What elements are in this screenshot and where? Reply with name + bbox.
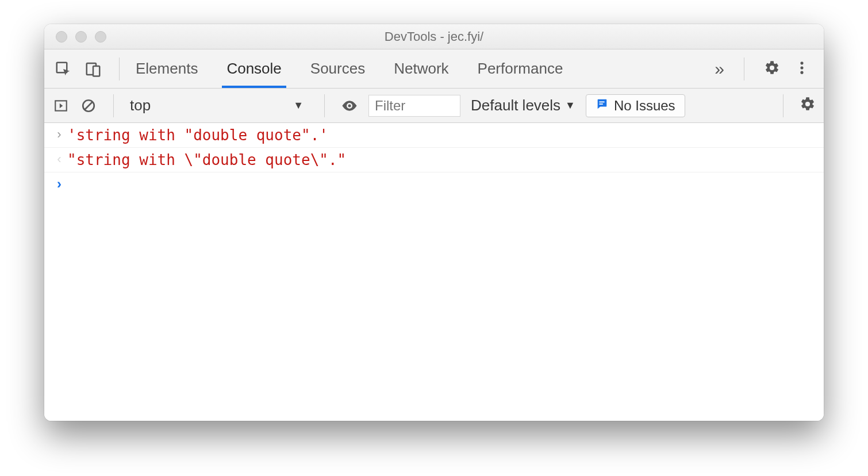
console-line-text[interactable]: "string with \"double quote\"."	[67, 150, 346, 170]
svg-point-3	[800, 62, 803, 64]
svg-rect-10	[599, 101, 604, 102]
device-toolbar-icon[interactable]	[83, 59, 103, 79]
console-settings-icon[interactable]	[800, 96, 816, 116]
console-toolbar: top ▼ Default levels ▼ No Issues	[44, 89, 824, 123]
dropdown-arrow-icon: ▼	[293, 99, 304, 112]
more-options-icon[interactable]	[794, 60, 810, 78]
titlebar: DevTools - jec.fyi/	[44, 24, 824, 49]
settings-icon[interactable]	[764, 60, 780, 78]
window-title: DevTools - jec.fyi/	[44, 29, 824, 44]
svg-rect-11	[599, 103, 602, 105]
sidebar-toggle-icon[interactable]	[52, 97, 70, 114]
zoom-window-button[interactable]	[95, 31, 106, 43]
separator	[119, 57, 120, 80]
live-expression-icon[interactable]	[341, 97, 358, 114]
console-output-row: ‹"string with \"double quote\"."	[44, 148, 824, 172]
context-selector[interactable]: top ▼	[130, 97, 308, 114]
window-controls	[44, 31, 106, 43]
inspect-element-icon[interactable]	[53, 59, 73, 79]
clear-console-icon[interactable]	[80, 97, 97, 114]
output-chevron-icon: ‹	[51, 150, 67, 168]
log-levels-selector[interactable]: Default levels ▼	[471, 97, 575, 114]
svg-point-5	[800, 71, 803, 74]
panel-tabbar: ElementsConsoleSourcesNetworkPerformance…	[44, 49, 824, 89]
svg-line-8	[85, 102, 93, 109]
console-input-row: ›'string with "double quote".'	[44, 123, 824, 148]
context-label: top	[130, 97, 151, 114]
tab-sources[interactable]: Sources	[307, 49, 368, 88]
svg-point-4	[800, 66, 803, 69]
separator	[783, 94, 783, 117]
svg-rect-2	[93, 66, 99, 76]
issues-button[interactable]: No Issues	[586, 94, 685, 117]
log-levels-label: Default levels	[471, 97, 560, 114]
prompt-chevron-icon: ›	[51, 176, 67, 192]
tab-elements[interactable]: Elements	[132, 49, 201, 88]
input-chevron-icon: ›	[51, 125, 67, 144]
issues-icon	[596, 98, 608, 114]
console-line-text[interactable]: 'string with "double quote".'	[67, 125, 328, 145]
separator	[744, 57, 744, 80]
separator	[113, 94, 114, 117]
separator	[324, 94, 325, 117]
devtools-window: DevTools - jec.fyi/ ElementsConsoleSourc…	[44, 24, 824, 421]
close-window-button[interactable]	[56, 31, 67, 43]
tab-network[interactable]: Network	[390, 49, 452, 88]
tab-performance[interactable]: Performance	[474, 49, 567, 88]
tab-console[interactable]: Console	[223, 49, 285, 88]
issues-label: No Issues	[614, 98, 675, 114]
console-prompt[interactable]: ›	[44, 172, 824, 195]
filter-input[interactable]	[368, 95, 460, 117]
more-tabs-button[interactable]: »	[715, 59, 724, 79]
console-output: ›'string with "double quote".'‹"string w…	[44, 123, 824, 421]
dropdown-arrow-icon: ▼	[565, 99, 575, 112]
svg-point-9	[348, 104, 351, 107]
minimize-window-button[interactable]	[75, 31, 87, 43]
